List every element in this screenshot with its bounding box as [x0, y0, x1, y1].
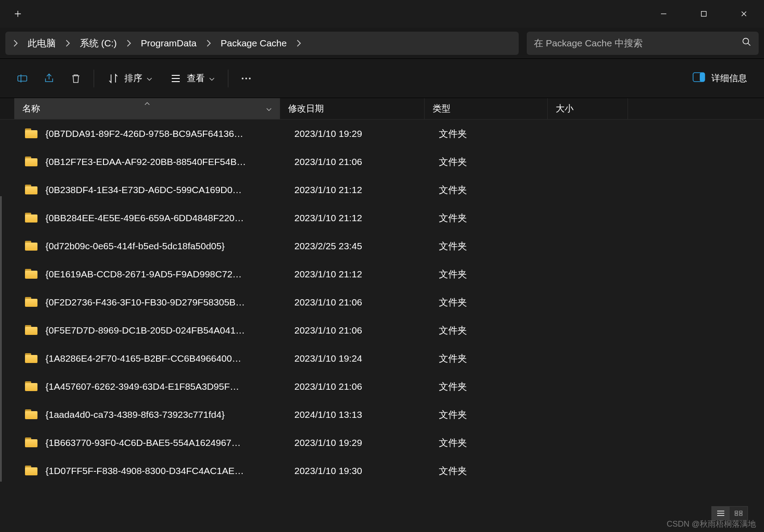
cell-name: {0B7DDA91-89F2-426D-9758-BC9A5F64136… [45, 128, 286, 139]
svg-point-4 [245, 78, 247, 79]
column-header-date[interactable]: 修改日期 [280, 98, 425, 119]
column-headers: 名称 修改日期 类型 大小 [0, 98, 764, 120]
view-details-icon[interactable] [712, 507, 730, 520]
divider [94, 70, 94, 87]
folder-icon [25, 269, 37, 280]
cell-name: {1D07FF5F-F838-4908-8300-D34FC4AC1AE… [45, 466, 286, 476]
close-button[interactable] [724, 0, 764, 28]
chevron-right-icon[interactable] [203, 32, 215, 55]
sort-label: 排序 [124, 72, 142, 84]
minimize-button[interactable] [644, 0, 684, 28]
cell-name: {0BB284EE-4E5E-49E6-659A-6DD4848F220… [45, 213, 286, 223]
cell-date: 2024/1/10 13:13 [286, 409, 431, 420]
table-row[interactable]: {1D07FF5F-F838-4908-8300-D34FC4AC1AE…202… [0, 457, 764, 485]
table-row[interactable]: {0F5E7D7D-8969-DC1B-205D-024FB54A041…202… [0, 316, 764, 344]
chevron-right-icon[interactable] [293, 32, 305, 55]
table-row[interactable]: {0BB284EE-4E5E-49E6-659A-6DD4848F220…202… [0, 204, 764, 232]
cell-date: 2023/1/10 19:29 [286, 128, 431, 139]
svg-point-1 [743, 38, 749, 44]
cell-name: {0F2D2736-F436-3F10-FB30-9D279F58305B… [45, 297, 286, 308]
view-grid-icon[interactable] [730, 507, 747, 520]
folder-icon [25, 213, 37, 223]
view-button[interactable]: 查看 [161, 67, 223, 90]
details-pane-button[interactable]: 详细信息 [685, 67, 755, 90]
window-controls [644, 0, 764, 28]
details-label: 详细信息 [711, 72, 747, 84]
chevron-down-icon[interactable] [261, 103, 272, 114]
chevron-right-icon[interactable] [123, 32, 135, 55]
table-row[interactable]: {1aada4d0-ca73-4389-8f63-73923c771fd4}20… [0, 400, 764, 429]
watermark: CSDN @秋雨梧桐落满地 [667, 519, 756, 529]
search-icon[interactable] [742, 37, 752, 49]
table-row[interactable]: {0F2D2736-F436-3F10-FB30-9D279F58305B…20… [0, 288, 764, 316]
cell-type: 文件夹 [431, 437, 554, 449]
cell-name: {1B663770-93F0-4C6D-BAE5-554A1624967… [45, 437, 286, 448]
folder-icon [25, 325, 37, 336]
cell-type: 文件夹 [431, 352, 554, 365]
chevron-right-icon[interactable] [10, 32, 21, 55]
folder-icon [25, 353, 37, 364]
table-row[interactable]: {0B7DDA91-89F2-426D-9758-BC9A5F64136…202… [0, 120, 764, 148]
cell-type: 文件夹 [431, 324, 554, 337]
search-input[interactable]: 在 Package Cache 中搜索 [527, 32, 759, 55]
crumb-programdata[interactable]: ProgramData [135, 32, 203, 55]
cell-date: 2023/1/10 21:12 [286, 185, 431, 195]
cell-type: 文件夹 [431, 128, 554, 140]
breadcrumb[interactable]: 此电脑 系统 (C:) ProgramData Package Cache [5, 32, 519, 55]
cell-type: 文件夹 [431, 156, 554, 168]
cell-date: 2023/2/25 23:45 [286, 241, 431, 252]
svg-rect-10 [735, 514, 738, 516]
toolbar: 排序 查看 详细信息 [0, 59, 764, 98]
folder-icon [25, 157, 37, 167]
svg-point-3 [242, 78, 244, 79]
delete-button[interactable] [62, 67, 89, 90]
svg-rect-7 [700, 73, 705, 82]
header-date-label: 修改日期 [288, 103, 324, 115]
cell-name: {0d72b09c-0e65-414f-b5ed-5dc18fa50d05} [45, 241, 286, 252]
addressbar: 此电脑 系统 (C:) ProgramData Package Cache 在 … [0, 28, 764, 59]
divider [228, 70, 228, 87]
view-label: 查看 [187, 72, 205, 84]
cell-date: 2023/1/10 21:06 [286, 297, 431, 308]
crumb-packagecache[interactable]: Package Cache [215, 32, 293, 55]
maximize-button[interactable] [684, 0, 724, 28]
tab-area [9, 0, 27, 28]
table-row[interactable]: {0B12F7E3-EDAA-AF92-20BB-88540FEF54B…202… [0, 148, 764, 176]
folder-icon [25, 128, 37, 139]
search-placeholder: 在 Package Cache 中搜索 [534, 37, 742, 49]
column-header-size[interactable]: 大小 [548, 98, 628, 119]
svg-point-5 [249, 78, 251, 79]
svg-rect-8 [735, 511, 738, 513]
chevron-down-icon [147, 73, 152, 83]
table-row[interactable]: {1B663770-93F0-4C6D-BAE5-554A1624967…202… [0, 429, 764, 457]
column-header-type[interactable]: 类型 [425, 98, 548, 119]
new-tab-button[interactable] [9, 5, 27, 23]
cell-type: 文件夹 [431, 268, 554, 280]
file-list: 名称 修改日期 类型 大小 {0B7DDA91-89F2-426D-9758-B… [0, 98, 764, 532]
share-button[interactable] [36, 67, 62, 90]
table-row[interactable]: {0B238DF4-1E34-E73D-A6DC-599CA169D0…2023… [0, 176, 764, 204]
cell-date: 2023/1/10 19:24 [286, 353, 431, 364]
table-row[interactable]: {1A457607-6262-3949-63D4-E1F85A3D95F…202… [0, 372, 764, 400]
column-header-name[interactable]: 名称 [14, 98, 280, 119]
more-button[interactable] [233, 67, 260, 90]
crumb-drive[interactable]: 系统 (C:) [74, 32, 123, 55]
cell-type: 文件夹 [431, 212, 554, 224]
titlebar [0, 0, 764, 28]
details-icon [693, 72, 711, 84]
svg-rect-0 [702, 12, 706, 16]
chevron-right-icon[interactable] [62, 32, 74, 55]
table-row[interactable]: {0E1619AB-CCD8-2671-9AD5-F9AD998C72…2023… [0, 260, 764, 288]
cell-name: {1A457607-6262-3949-63D4-E1F85A3D95F… [45, 381, 286, 392]
cell-type: 文件夹 [431, 296, 554, 309]
chevron-down-icon [209, 73, 215, 83]
table-row[interactable]: {0d72b09c-0e65-414f-b5ed-5dc18fa50d05}20… [0, 232, 764, 260]
crumb-this-pc[interactable]: 此电脑 [21, 32, 62, 55]
cell-date: 2023/1/10 21:06 [286, 325, 431, 336]
table-row[interactable]: {1A8286E4-2F70-4165-B2BF-CC6B4966400…202… [0, 344, 764, 372]
cell-date: 2023/1/10 21:06 [286, 157, 431, 167]
cell-name: {0F5E7D7D-8969-DC1B-205D-024FB54A041… [45, 325, 286, 336]
rename-button[interactable] [9, 67, 36, 90]
sort-button[interactable]: 排序 [99, 67, 161, 90]
cell-name: {0B238DF4-1E34-E73D-A6DC-599CA169D0… [45, 185, 286, 195]
